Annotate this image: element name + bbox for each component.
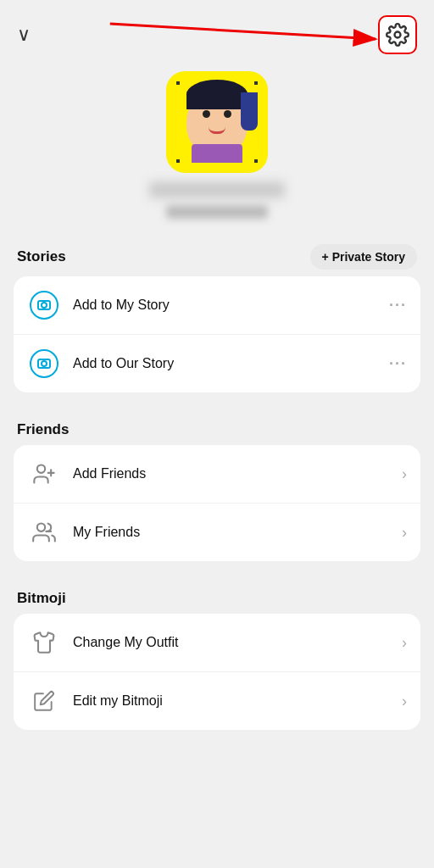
- my-friends-chevron-icon: ›: [402, 524, 407, 542]
- edit-bitmoji-item[interactable]: Edit my Bitmoji ›: [14, 671, 420, 730]
- bitmoji-hair: [186, 80, 248, 109]
- svg-point-3: [37, 465, 45, 473]
- bitmoji-eyes: [203, 110, 231, 118]
- stories-header: Stories + Private Story: [0, 231, 434, 276]
- bitmoji-avatar: [186, 88, 248, 156]
- add-friends-item[interactable]: Add Friends ›: [14, 445, 420, 503]
- my-friends-label: My Friends: [73, 525, 402, 540]
- our-story-label: Add to Our Story: [73, 356, 389, 371]
- change-outfit-item[interactable]: Change My Outfit ›: [14, 614, 420, 671]
- add-friends-chevron-icon: ›: [402, 465, 407, 483]
- gear-icon: [386, 23, 409, 47]
- my-friends-icon: [27, 515, 61, 549]
- our-story-cam-icon: [27, 347, 61, 381]
- outfit-icon: [27, 626, 61, 659]
- snapcode[interactable]: [166, 71, 268, 173]
- add-our-story-item[interactable]: Add to Our Story ···: [14, 334, 420, 392]
- private-story-button[interactable]: + Private Story: [310, 244, 417, 270]
- add-friends-icon: [27, 457, 61, 491]
- settings-button[interactable]: [378, 15, 417, 54]
- change-outfit-chevron-icon: ›: [402, 634, 407, 652]
- change-outfit-label: Change My Outfit: [73, 635, 402, 650]
- my-friends-item[interactable]: My Friends ›: [14, 503, 420, 561]
- snap-score-display: [166, 205, 268, 219]
- our-story-dots-icon[interactable]: ···: [389, 355, 407, 373]
- my-story-label: Add to My Story: [73, 298, 389, 313]
- stories-card-group: Add to My Story ··· Add to Our Story ···: [14, 276, 420, 392]
- profile-header: ∨: [0, 0, 434, 63]
- edit-bitmoji-label: Edit my Bitmoji: [73, 693, 402, 709]
- edit-bitmoji-chevron-icon: ›: [402, 693, 407, 710]
- bitmoji-eye-left: [203, 110, 210, 118]
- chevron-down-icon[interactable]: ∨: [17, 24, 31, 46]
- bitmoji-card-group: Change My Outfit › Edit my Bitmoji ›: [14, 614, 420, 730]
- bitmoji-hair-side: [241, 92, 258, 131]
- bitmoji-smile: [209, 127, 225, 134]
- add-my-story-item[interactable]: Add to My Story ···: [14, 276, 420, 334]
- stories-section-label: Stories: [17, 248, 66, 265]
- bitmoji-section-label: Bitmoji: [0, 576, 434, 614]
- bitmoji-shirt: [192, 144, 242, 163]
- friends-card-group: Add Friends › My Friends ›: [14, 445, 420, 561]
- pencil-icon: [27, 684, 61, 718]
- add-friends-label: Add Friends: [73, 466, 402, 481]
- bitmoji-eye-right: [224, 110, 231, 118]
- svg-point-2: [395, 32, 401, 38]
- my-story-cam-icon: [27, 288, 61, 322]
- avatar-section: [0, 63, 434, 231]
- svg-point-6: [37, 524, 45, 531]
- username-display: [149, 181, 285, 198]
- username-section: [149, 181, 285, 222]
- my-story-dots-icon[interactable]: ···: [389, 297, 407, 314]
- friends-section-label: Friends: [0, 408, 434, 445]
